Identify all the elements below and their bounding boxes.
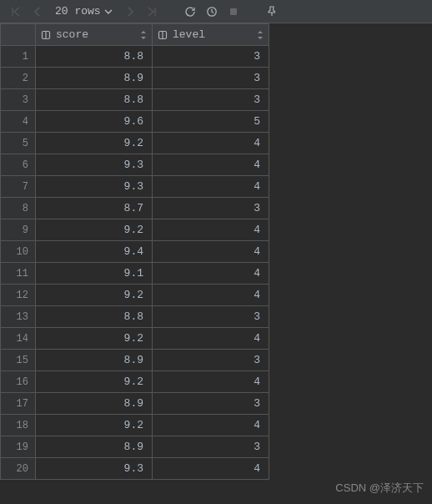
cell-score[interactable]: 9.2 xyxy=(36,285,153,306)
table-row[interactable]: 59.24 xyxy=(1,133,269,154)
cell-level[interactable]: 5 xyxy=(153,111,269,133)
cell-level[interactable]: 4 xyxy=(153,328,269,350)
cell-level[interactable]: 4 xyxy=(153,371,269,393)
row-number: 10 xyxy=(1,241,36,263)
stop-button[interactable] xyxy=(224,3,243,21)
history-icon xyxy=(206,6,218,18)
cell-level[interactable]: 4 xyxy=(153,154,269,176)
cell-level[interactable]: 4 xyxy=(153,285,269,306)
table-row[interactable]: 198.93 xyxy=(1,436,269,458)
cell-level[interactable]: 3 xyxy=(153,198,269,219)
cell-level[interactable]: 3 xyxy=(153,306,269,328)
cell-level[interactable]: 4 xyxy=(153,458,269,480)
table-row[interactable]: 28.93 xyxy=(1,68,269,89)
cell-score[interactable]: 8.8 xyxy=(36,89,153,111)
table-row[interactable]: 69.34 xyxy=(1,154,269,176)
cell-level[interactable]: 4 xyxy=(153,263,269,285)
cell-score[interactable]: 9.1 xyxy=(36,263,153,285)
data-table: score level xyxy=(0,23,432,480)
cell-level[interactable]: 4 xyxy=(153,176,269,198)
cell-level[interactable]: 3 xyxy=(153,436,269,458)
cell-score[interactable]: 8.9 xyxy=(36,393,153,415)
refresh-button[interactable] xyxy=(181,3,199,21)
cell-score[interactable]: 9.6 xyxy=(36,111,153,133)
row-number: 8 xyxy=(1,198,36,219)
rows-per-page-selector[interactable]: 20 rows xyxy=(50,5,118,18)
cell-score[interactable]: 9.3 xyxy=(36,458,153,480)
column-header-level[interactable]: level xyxy=(153,24,269,46)
table-row[interactable]: 88.73 xyxy=(1,198,269,219)
refresh-icon xyxy=(184,6,196,18)
column-label: score xyxy=(56,28,88,41)
row-number: 4 xyxy=(1,111,36,133)
table-row[interactable]: 189.24 xyxy=(1,415,269,436)
cell-score[interactable]: 9.2 xyxy=(36,415,153,436)
sort-icon xyxy=(140,30,147,40)
cell-score[interactable]: 8.9 xyxy=(36,350,153,371)
row-number: 20 xyxy=(1,458,36,480)
table-row[interactable]: 138.83 xyxy=(1,306,269,328)
table-row[interactable]: 99.24 xyxy=(1,219,269,241)
rows-per-page-label: 20 rows xyxy=(55,5,101,18)
last-page-icon xyxy=(146,6,158,18)
table-row[interactable]: 18.83 xyxy=(1,46,269,68)
cell-level[interactable]: 3 xyxy=(153,46,269,68)
table-row[interactable]: 178.93 xyxy=(1,393,269,415)
cell-level[interactable]: 3 xyxy=(153,393,269,415)
row-number: 3 xyxy=(1,89,36,111)
chevron-left-icon xyxy=(33,7,43,17)
table-row[interactable]: 119.14 xyxy=(1,263,269,285)
pin-button[interactable] xyxy=(263,3,281,21)
cell-level[interactable]: 4 xyxy=(153,415,269,436)
table-row[interactable]: 129.24 xyxy=(1,285,269,306)
cell-score[interactable]: 8.8 xyxy=(36,306,153,328)
cell-score[interactable]: 9.3 xyxy=(36,154,153,176)
cell-score[interactable]: 8.9 xyxy=(36,436,153,458)
row-number: 18 xyxy=(1,415,36,436)
cell-level[interactable]: 3 xyxy=(153,350,269,371)
pin-icon xyxy=(266,6,278,18)
stop-icon xyxy=(229,7,239,17)
cell-score[interactable]: 9.2 xyxy=(36,371,153,393)
row-number: 16 xyxy=(1,371,36,393)
cell-score[interactable]: 9.2 xyxy=(36,328,153,350)
cell-level[interactable]: 4 xyxy=(153,219,269,241)
last-page-button[interactable] xyxy=(143,3,161,21)
table-row[interactable]: 109.44 xyxy=(1,241,269,263)
table-row[interactable]: 38.83 xyxy=(1,89,269,111)
cell-score[interactable]: 9.2 xyxy=(36,133,153,154)
sort-icon xyxy=(257,30,264,40)
first-page-button[interactable] xyxy=(7,3,25,21)
cell-score[interactable]: 8.8 xyxy=(36,46,153,68)
column-icon xyxy=(41,30,51,40)
column-header-score[interactable]: score xyxy=(36,24,153,46)
table-row[interactable]: 209.34 xyxy=(1,458,269,480)
cell-score[interactable]: 9.4 xyxy=(36,241,153,263)
row-number: 5 xyxy=(1,133,36,154)
row-number: 15 xyxy=(1,350,36,371)
cell-level[interactable]: 3 xyxy=(153,68,269,89)
cell-score[interactable]: 8.7 xyxy=(36,198,153,219)
chevron-right-icon xyxy=(125,7,135,17)
table-row[interactable]: 79.34 xyxy=(1,176,269,198)
cell-score[interactable]: 9.3 xyxy=(36,176,153,198)
row-number: 1 xyxy=(1,46,36,68)
row-number: 19 xyxy=(1,436,36,458)
cell-level[interactable]: 4 xyxy=(153,133,269,154)
chevron-down-icon xyxy=(104,8,113,16)
table-row[interactable]: 49.65 xyxy=(1,111,269,133)
row-number-header xyxy=(1,24,36,46)
watermark: CSDN @泽济天下 xyxy=(335,481,424,496)
history-button[interactable] xyxy=(203,3,221,21)
cell-score[interactable]: 9.2 xyxy=(36,219,153,241)
cell-score[interactable]: 8.9 xyxy=(36,68,153,89)
table-row[interactable]: 169.24 xyxy=(1,371,269,393)
row-number: 9 xyxy=(1,219,36,241)
table-row[interactable]: 158.93 xyxy=(1,350,269,371)
table-row[interactable]: 149.24 xyxy=(1,328,269,350)
row-number: 13 xyxy=(1,306,36,328)
cell-level[interactable]: 3 xyxy=(153,89,269,111)
prev-page-button[interactable] xyxy=(28,3,47,21)
next-page-button[interactable] xyxy=(121,3,139,21)
cell-level[interactable]: 4 xyxy=(153,241,269,263)
